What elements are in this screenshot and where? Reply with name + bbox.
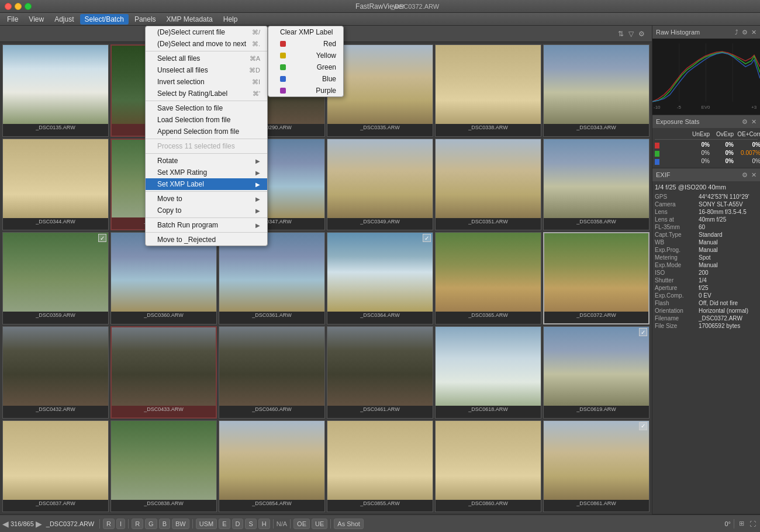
thumbnail-DSC0837[interactable]: _DSC0837.ARW bbox=[2, 420, 109, 512]
exp-settings-icon[interactable]: ⚙ bbox=[742, 118, 748, 126]
menu-set-xmp-rating[interactable]: Set XMP Rating ▶ bbox=[146, 167, 267, 178]
menu-invert-selection[interactable]: Invert selection ⌘I bbox=[146, 76, 267, 88]
label-yellow[interactable]: Yellow bbox=[268, 50, 343, 61]
thumb-image-DSC0338 bbox=[436, 45, 541, 124]
btn-asshot[interactable]: As Shot bbox=[334, 519, 364, 529]
btn-ue[interactable]: UE bbox=[312, 519, 327, 529]
menu-select-by-rating[interactable]: Select by Rating/Label ⌘' bbox=[146, 88, 267, 99]
menu-batch-run[interactable]: Batch Run program ▶ bbox=[146, 219, 267, 231]
bottombar: ◀ 316/865 ▶ _DSC0372.ARW R I R G B BW US… bbox=[0, 514, 760, 532]
thumbnail-DSC0338[interactable]: _DSC0338.ARW bbox=[435, 44, 541, 137]
label-purple[interactable]: Purple bbox=[268, 85, 343, 96]
select-batch-menu[interactable]: (De)Select current file ⌘/ (De)Select an… bbox=[145, 26, 268, 246]
maximize-button[interactable] bbox=[25, 3, 32, 10]
btn-e[interactable]: E bbox=[219, 519, 230, 529]
window-title: _DSC0372.ARW bbox=[391, 3, 439, 10]
btn-h[interactable]: H bbox=[258, 519, 270, 529]
thumbnail-DSC0358[interactable]: _DSC0358.ARW bbox=[543, 139, 650, 231]
thumbnail-DSC0860[interactable]: _DSC0860.ARW bbox=[435, 420, 541, 512]
menu-set-xmp-label[interactable]: Set XMP Label ▶ bbox=[146, 178, 267, 190]
thumb-image-DSC0619 bbox=[544, 327, 649, 406]
menu-move-to[interactable]: Move to ▶ bbox=[146, 193, 267, 205]
minimize-button[interactable] bbox=[15, 3, 22, 10]
menu-move-rejected[interactable]: Move to _Rejected bbox=[146, 234, 267, 246]
menu-file[interactable]: File bbox=[2, 14, 23, 25]
thumbnail-DSC0618[interactable]: _DSC0618.ARW bbox=[435, 326, 541, 419]
thumbnail-DSC0861[interactable]: _DSC0861.ARW bbox=[543, 420, 650, 512]
btn-g[interactable]: G bbox=[145, 519, 157, 529]
thumbnail-DSC0433[interactable]: _DSC0433.ARW bbox=[110, 326, 217, 419]
menu-select-all[interactable]: Select all files ⌘A bbox=[146, 53, 267, 64]
filter-icon[interactable]: ▽ bbox=[628, 30, 634, 38]
histogram-settings-icon[interactable]: ⚙ bbox=[742, 29, 748, 36]
btn-d[interactable]: D bbox=[232, 519, 244, 529]
exif-val-8: Spot bbox=[699, 254, 711, 261]
thumbnail-DSC0359[interactable]: _DSC0359.ARW bbox=[2, 232, 109, 324]
histogram-export-icon[interactable]: ⤴ bbox=[735, 29, 738, 36]
menu-panels[interactable]: Panels bbox=[130, 14, 161, 25]
thumbnail-DSC0364[interactable]: _DSC0364.ARW bbox=[327, 232, 433, 324]
menu-select-batch[interactable]: Select/Batch bbox=[80, 14, 129, 25]
thumbnail-DSC0432[interactable]: _DSC0432.ARW bbox=[2, 326, 109, 419]
menu-load-selection[interactable]: Load Selection from file bbox=[146, 114, 267, 126]
menu-unselect-all[interactable]: Unselect all files ⌘D bbox=[146, 64, 267, 76]
label-blue-swatch bbox=[280, 76, 286, 82]
close-button[interactable] bbox=[5, 3, 12, 10]
exif-row-3: Lens at40mm f/25 bbox=[655, 216, 758, 223]
menu-adjust[interactable]: Adjust bbox=[50, 14, 78, 25]
label-clear[interactable]: Clear XMP Label bbox=[268, 26, 343, 38]
prev-arrow[interactable]: ◀ bbox=[2, 519, 9, 528]
settings-icon[interactable]: ⚙ bbox=[638, 30, 645, 38]
btn-bw[interactable]: BW bbox=[172, 519, 189, 529]
thumbnail-DSC0344[interactable]: _DSC0344.ARW bbox=[2, 139, 109, 231]
histogram-close-icon[interactable]: ✕ bbox=[751, 29, 756, 36]
exif-val-14: Off, Did not fire bbox=[699, 300, 738, 306]
btn-oe[interactable]: OE bbox=[293, 519, 310, 529]
menu-append-selection[interactable]: Append Selection from file bbox=[146, 126, 267, 137]
thumb-checkmark-DSC0359 bbox=[98, 234, 106, 242]
sort-icon[interactable]: ⇅ bbox=[618, 30, 624, 38]
thumbnail-DSC0360[interactable]: _DSC0360.ARW bbox=[110, 232, 217, 324]
thumbnail-DSC0343[interactable]: _DSC0343.ARW bbox=[543, 44, 650, 137]
thumbnail-DSC0365[interactable]: _DSC0365.ARW bbox=[435, 232, 541, 324]
menu-xmp-metadata[interactable]: XMP Metadata bbox=[162, 14, 217, 25]
exif-close-icon[interactable]: ✕ bbox=[751, 171, 756, 179]
thumbnail-DSC0372[interactable]: _DSC0372.ARW bbox=[543, 232, 650, 324]
thumbnail-DSC0461[interactable]: _DSC0461.ARW bbox=[327, 326, 433, 419]
thumb-label-DSC0344: _DSC0344.ARW bbox=[3, 218, 108, 225]
btn-r2[interactable]: R bbox=[132, 519, 143, 529]
menu-view[interactable]: View bbox=[24, 14, 49, 25]
btn-r[interactable]: R bbox=[103, 519, 115, 529]
menu-save-selection[interactable]: Save Selection to file bbox=[146, 102, 267, 114]
thumbnail-DSC0460[interactable]: _DSC0460.ARW bbox=[219, 326, 325, 419]
label-blue[interactable]: Blue bbox=[268, 73, 343, 85]
label-green[interactable]: Green bbox=[268, 61, 343, 73]
menu-rotate[interactable]: Rotate ▶ bbox=[146, 155, 267, 167]
menu-help[interactable]: Help bbox=[219, 14, 243, 25]
thumb-label-DSC0837: _DSC0837.ARW bbox=[3, 500, 108, 507]
btn-i[interactable]: I bbox=[116, 519, 125, 529]
menu-deselect-next[interactable]: (De)Select and move to next ⌘. bbox=[146, 38, 267, 50]
exif-row-14: FlashOff, Did not fire bbox=[655, 299, 758, 307]
thumbnail-DSC0854[interactable]: _DSC0854.ARW bbox=[219, 420, 325, 512]
fullscreen-icon[interactable]: ⛶ bbox=[749, 520, 756, 527]
thumbnail-DSC0135[interactable]: _DSC0135.ARW bbox=[2, 44, 109, 137]
label-red[interactable]: Red bbox=[268, 38, 343, 50]
histogram-title: Raw Histogram bbox=[656, 29, 700, 36]
thumbnail-DSC0855[interactable]: _DSC0855.ARW bbox=[327, 420, 433, 512]
thumbnail-DSC0361[interactable]: _DSC0361.ARW bbox=[219, 232, 325, 324]
submenu-xmp-label[interactable]: Clear XMP Label Red Yellow Green Blue Pu… bbox=[268, 26, 344, 97]
exif-settings-icon[interactable]: ⚙ bbox=[742, 171, 748, 179]
btn-b[interactable]: B bbox=[159, 519, 170, 529]
thumbnail-DSC0619[interactable]: _DSC0619.ARW bbox=[543, 326, 650, 419]
menu-copy-to[interactable]: Copy to ▶ bbox=[146, 205, 267, 216]
thumbnail-DSC0351[interactable]: _DSC0351.ARW bbox=[435, 139, 541, 231]
next-arrow[interactable]: ▶ bbox=[36, 519, 42, 528]
btn-usm[interactable]: USM bbox=[196, 519, 217, 529]
thumbnail-DSC0349[interactable]: _DSC0349.ARW bbox=[327, 139, 433, 231]
btn-s[interactable]: S bbox=[245, 519, 256, 529]
menu-deselect-current[interactable]: (De)Select current file ⌘/ bbox=[146, 26, 267, 38]
exp-close-icon[interactable]: ✕ bbox=[751, 118, 756, 126]
thumbnail-DSC0838[interactable]: _DSC0838.ARW bbox=[110, 420, 217, 512]
grid-view-icon[interactable]: ⊞ bbox=[739, 520, 744, 527]
